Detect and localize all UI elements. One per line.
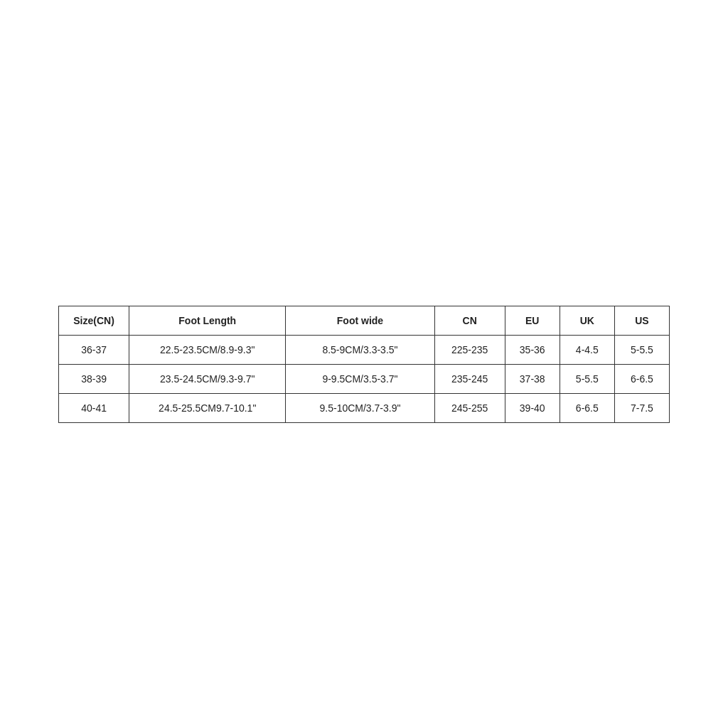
- cell-us: 6-6.5: [614, 364, 669, 393]
- header-us: US: [614, 306, 669, 335]
- header-cn: CN: [434, 306, 505, 335]
- cell-cn: 245-255: [434, 393, 505, 422]
- header-size-cn: Size(CN): [59, 306, 129, 335]
- header-foot-length: Foot Length: [129, 306, 286, 335]
- cell-uk: 6-6.5: [560, 393, 614, 422]
- cell-size-cn: 40-41: [59, 393, 129, 422]
- cell-eu: 39-40: [505, 393, 560, 422]
- cell-eu: 35-36: [505, 335, 560, 364]
- cell-foot-length: 24.5-25.5CM9.7-10.1": [129, 393, 286, 422]
- cell-eu: 37-38: [505, 364, 560, 393]
- cell-uk: 4-4.5: [560, 335, 614, 364]
- cell-size-cn: 36-37: [59, 335, 129, 364]
- cell-us: 5-5.5: [614, 335, 669, 364]
- cell-cn: 225-235: [434, 335, 505, 364]
- header-eu: EU: [505, 306, 560, 335]
- table-header-row: Size(CN) Foot Length Foot wide CN EU UK …: [59, 306, 670, 335]
- cell-foot-wide: 9-9.5CM/3.5-3.7": [286, 364, 434, 393]
- cell-foot-length: 22.5-23.5CM/8.9-9.3": [129, 335, 286, 364]
- cell-foot-wide: 9.5-10CM/3.7-3.9": [286, 393, 434, 422]
- table-row: 36-3722.5-23.5CM/8.9-9.3"8.5-9CM/3.3-3.5…: [59, 335, 670, 364]
- size-chart-table: Size(CN) Foot Length Foot wide CN EU UK …: [58, 306, 670, 423]
- header-foot-wide: Foot wide: [286, 306, 434, 335]
- cell-foot-wide: 8.5-9CM/3.3-3.5": [286, 335, 434, 364]
- cell-uk: 5-5.5: [560, 364, 614, 393]
- cell-us: 7-7.5: [614, 393, 669, 422]
- table-row: 38-3923.5-24.5CM/9.3-9.7"9-9.5CM/3.5-3.7…: [59, 364, 670, 393]
- cell-foot-length: 23.5-24.5CM/9.3-9.7": [129, 364, 286, 393]
- size-chart-container: Size(CN) Foot Length Foot wide CN EU UK …: [58, 306, 670, 423]
- cell-cn: 235-245: [434, 364, 505, 393]
- cell-size-cn: 38-39: [59, 364, 129, 393]
- table-row: 40-4124.5-25.5CM9.7-10.1"9.5-10CM/3.7-3.…: [59, 393, 670, 422]
- header-uk: UK: [560, 306, 614, 335]
